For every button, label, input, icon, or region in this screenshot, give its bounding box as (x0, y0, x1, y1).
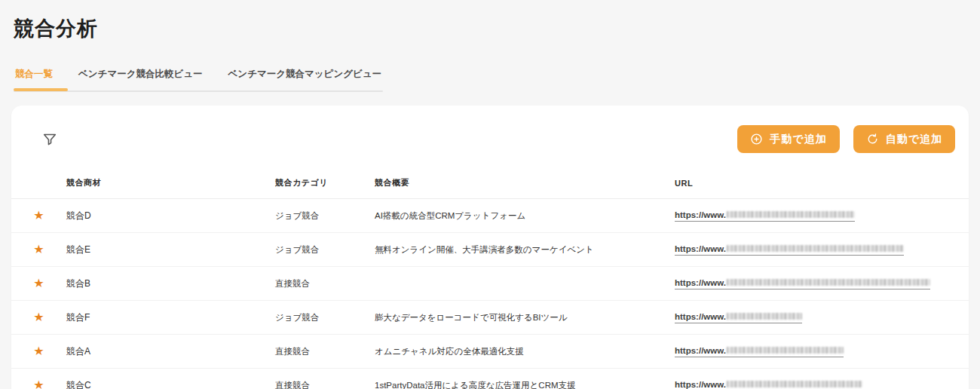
tab-bar-divider (14, 90, 383, 92)
competitor-summary: 1stPartyData活用による高度な広告運用とCRM支援 (375, 369, 675, 389)
competitor-url-link[interactable]: https://www. (675, 210, 855, 222)
url-prefix: https://www. (675, 210, 726, 219)
competitor-category: ジョブ競合 (275, 233, 375, 267)
url-prefix: https://www. (675, 278, 726, 287)
competitor-name: 競合B (66, 267, 275, 301)
tab-bar: 競合一覧 ベンチマーク競合比較ビュー ベンチマーク競合マッピングビュー (14, 68, 383, 92)
competitor-category: ジョブ競合 (275, 301, 375, 335)
favorite-star-icon[interactable]: ★ (33, 345, 44, 357)
competitor-url-link[interactable]: https://www. (675, 380, 862, 389)
manual-add-label: 手動で追加 (770, 133, 826, 146)
url-redacted-segment (727, 313, 802, 320)
url-prefix: https://www. (675, 346, 726, 355)
competitor-category: 直接競合 (275, 335, 375, 369)
competitor-summary: 無料オンライン開催、大手講演者多数のマーケイベント (375, 233, 675, 267)
competitor-name: 競合E (66, 233, 275, 267)
auto-add-button[interactable]: 自動で追加 (853, 125, 955, 153)
competitor-name: 競合C (66, 369, 275, 389)
url-redacted-segment (727, 347, 844, 354)
url-redacted-segment (727, 245, 904, 252)
filter-button[interactable] (40, 130, 60, 149)
tab-benchmark-mapping-label: ベンチマーク競合マッピングビュー (228, 69, 382, 79)
circle-plus-icon (750, 133, 763, 145)
add-button-group: 手動で追加 自動で追加 (737, 125, 955, 153)
table-row: ★ 競合C 直接競合 1stPartyData活用による高度な広告運用とCRM支… (11, 369, 969, 389)
card-toolbar: 手動で追加 自動で追加 (11, 106, 969, 153)
favorite-star-icon[interactable]: ★ (33, 209, 44, 222)
manual-add-button[interactable]: 手動で追加 (737, 125, 839, 153)
table-row: ★ 競合B 直接競合 https://www. (11, 267, 969, 301)
competitor-table: 競合商材 競合カテゴリ 競合概要 URL ★ 競合D ジョブ競合 AI搭載の統合… (11, 171, 969, 389)
competitor-summary: AI搭載の統合型CRMプラットフォーム (375, 199, 675, 233)
favorite-star-icon[interactable]: ★ (33, 243, 44, 256)
url-redacted-segment (727, 279, 930, 286)
favorite-star-icon[interactable]: ★ (33, 378, 44, 389)
competitor-url-link[interactable]: https://www. (675, 346, 844, 357)
column-header-url: URL (675, 171, 969, 199)
competitor-summary: 膨大なデータをローコードで可視化するBIツール (375, 301, 675, 335)
column-header-summary: 競合概要 (375, 171, 675, 199)
competitor-url-link[interactable]: https://www. (675, 244, 904, 256)
competitor-list-card: 手動で追加 自動で追加 競合商材 競合カテゴリ 競合概要 (11, 106, 969, 389)
competitor-url-link[interactable]: https://www. (675, 312, 802, 323)
refresh-icon (866, 133, 879, 145)
funnel-filter-icon (41, 131, 58, 148)
active-tab-underline (14, 88, 68, 91)
table-header-row: 競合商材 競合カテゴリ 競合概要 URL (11, 171, 969, 199)
page-title: 競合分析 (14, 15, 966, 42)
auto-add-label: 自動で追加 (886, 133, 942, 146)
url-prefix: https://www. (675, 244, 726, 253)
url-prefix: https://www. (675, 312, 726, 321)
competitor-category: ジョブ競合 (275, 199, 375, 233)
competitor-category: 直接競合 (275, 369, 375, 389)
competitor-url-link[interactable]: https://www. (675, 278, 930, 289)
favorite-star-icon[interactable]: ★ (33, 311, 44, 323)
competitor-summary (375, 267, 675, 301)
tab-benchmark-comparison-view[interactable]: ベンチマーク競合比較ビュー (77, 68, 204, 92)
url-prefix: https://www. (675, 380, 726, 389)
column-header-star (11, 171, 66, 199)
favorite-star-icon[interactable]: ★ (33, 277, 44, 289)
competitor-name: 競合A (66, 335, 275, 369)
table-row: ★ 競合F ジョブ競合 膨大なデータをローコードで可視化するBIツール http… (11, 301, 969, 335)
page-header: 競合分析 競合一覧 ベンチマーク競合比較ビュー ベンチマーク競合マッピングビュー (0, 0, 980, 92)
tab-benchmark-mapping-view[interactable]: ベンチマーク競合マッピングビュー (227, 68, 384, 92)
column-header-name: 競合商材 (66, 171, 275, 199)
column-header-category: 競合カテゴリ (275, 171, 375, 199)
competitor-name: 競合F (66, 301, 275, 335)
url-redacted-segment (727, 211, 855, 218)
tab-competitor-list[interactable]: 競合一覧 (14, 68, 54, 92)
table-row: ★ 競合D ジョブ競合 AI搭載の統合型CRMプラットフォーム https://… (11, 199, 969, 233)
competitor-category: 直接競合 (275, 267, 375, 301)
table-row: ★ 競合E ジョブ競合 無料オンライン開催、大手講演者多数のマーケイベント ht… (11, 233, 969, 267)
url-redacted-segment (727, 381, 862, 387)
competitor-summary: オムニチャネル対応の全体最適化支援 (375, 335, 675, 369)
tab-benchmark-comparison-label: ベンチマーク競合比較ビュー (78, 69, 203, 79)
table-row: ★ 競合A 直接競合 オムニチャネル対応の全体最適化支援 https://www… (11, 335, 969, 369)
tab-competitor-list-label: 競合一覧 (15, 69, 53, 79)
competitor-name: 競合D (66, 199, 275, 233)
